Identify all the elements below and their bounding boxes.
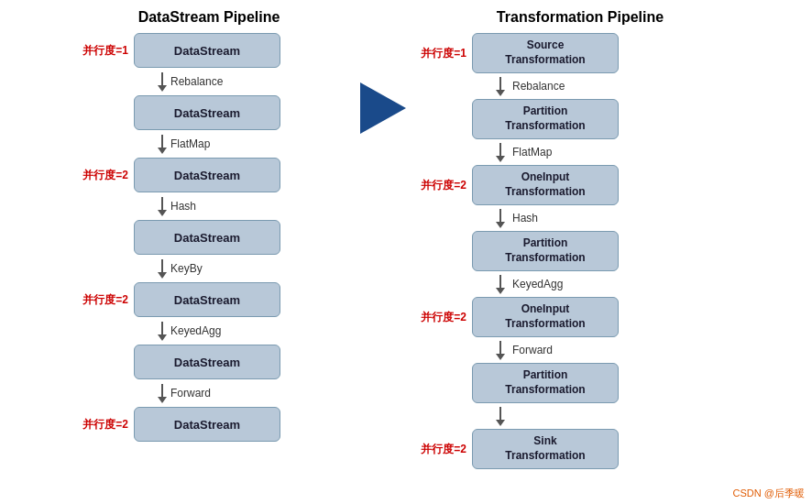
right-node-3: PartitionTransformation [472, 231, 619, 271]
left-connline-0 [158, 72, 167, 92]
right-par-0: 并行度=1 [415, 46, 472, 61]
left-title: DataStream Pipeline [138, 9, 280, 26]
left-connlabel-5: Forward [170, 388, 211, 399]
right-par-4: 并行度=2 [415, 310, 472, 325]
right-row-5: PartitionTransformation [415, 363, 745, 403]
right-conn-5 [415, 403, 745, 429]
right-conn-0: Rebalance [415, 73, 745, 99]
right-connline-5 [496, 407, 505, 426]
left-par-4: 并行度=2 [81, 292, 134, 308]
right-node-5: PartitionTransformation [472, 363, 619, 403]
left-conn-1: FlatMap [81, 130, 337, 158]
left-node-3: DataStream [134, 220, 280, 255]
big-arrow-icon [360, 82, 406, 134]
left-connlabel-0: Rebalance [170, 76, 223, 87]
left-connlabel-2: Hash [170, 201, 196, 212]
main-container: DataStream Pipeline 并行度=1 DataStream Reb… [0, 0, 812, 504]
right-par-6: 并行度=2 [415, 442, 472, 457]
left-conn-3: KeyBy [81, 255, 337, 282]
right-node-0: SourceTransformation [472, 33, 619, 73]
right-par-2: 并行度=2 [415, 178, 472, 193]
left-par-2: 并行度=2 [81, 168, 134, 183]
right-connline-4 [496, 341, 505, 360]
left-connlabel-1: FlatMap [170, 138, 210, 149]
right-connline-3 [496, 275, 505, 294]
left-panel: DataStream Pipeline 并行度=1 DataStream Reb… [62, 9, 356, 442]
left-par-0: 并行度=1 [81, 43, 134, 59]
left-connlabel-4: KeyedAgg [170, 325, 221, 336]
left-connline-5 [158, 384, 167, 403]
left-node-5: DataStream [134, 345, 280, 379]
right-title: Transformation Pipeline [497, 9, 664, 26]
left-row-1: DataStream [81, 95, 337, 130]
left-connline-1 [158, 135, 167, 154]
right-connline-0 [496, 77, 505, 96]
right-row-3: PartitionTransformation [415, 231, 745, 271]
right-row-6: 并行度=2 SinkTransformation [415, 429, 745, 469]
right-connlabel-2: Hash [512, 212, 538, 225]
left-node-2: DataStream [134, 158, 280, 192]
right-connlabel-0: Rebalance [512, 80, 565, 93]
left-row-5: DataStream [81, 345, 337, 379]
right-node-4: OneInputTransformation [472, 297, 619, 337]
left-pipeline: 并行度=1 DataStream Rebalance DataStream [81, 33, 337, 442]
right-node-6: SinkTransformation [472, 429, 619, 469]
left-row-4: 并行度=2 DataStream [81, 282, 337, 317]
left-connline-2 [158, 197, 167, 216]
left-connline-3 [158, 259, 167, 279]
right-conn-3: KeyedAgg [415, 271, 745, 297]
right-connlabel-4: Forward [512, 344, 553, 356]
right-connline-2 [496, 209, 505, 228]
left-node-1: DataStream [134, 95, 280, 130]
left-row-3: DataStream [81, 220, 337, 255]
right-connlabel-1: FlatMap [512, 146, 552, 159]
right-conn-4: Forward [415, 337, 745, 363]
right-row-2: 并行度=2 OneInputTransformation [415, 165, 745, 205]
left-row-0: 并行度=1 DataStream [81, 33, 337, 68]
right-conn-2: Hash [415, 205, 745, 231]
transform-arrow [356, 82, 411, 134]
left-connlabel-3: KeyBy [170, 263, 203, 274]
right-conn-1: FlatMap [415, 139, 745, 165]
right-row-0: 并行度=1 SourceTransformation [415, 33, 745, 73]
right-row-4: 并行度=2 OneInputTransformation [415, 297, 745, 337]
left-conn-5: Forward [81, 379, 337, 407]
left-conn-0: Rebalance [81, 68, 337, 95]
left-conn-4: KeyedAgg [81, 317, 337, 345]
left-conn-2: Hash [81, 192, 337, 220]
left-par-6: 并行度=2 [81, 417, 134, 433]
left-node-6: DataStream [134, 407, 280, 442]
watermark: CSDN @后季暖 [733, 487, 805, 500]
left-connline-4 [158, 322, 167, 341]
right-pipeline: 并行度=1 SourceTransformation Rebalance Par… [415, 33, 745, 469]
right-panel: Transformation Pipeline 并行度=1 SourceTran… [411, 9, 750, 469]
left-row-6: 并行度=2 DataStream [81, 407, 337, 442]
right-node-1: PartitionTransformation [472, 99, 619, 139]
left-row-2: 并行度=2 DataStream [81, 158, 337, 192]
left-node-4: DataStream [134, 282, 280, 317]
left-node-0: DataStream [134, 33, 280, 68]
right-row-1: PartitionTransformation [415, 99, 745, 139]
right-node-2: OneInputTransformation [472, 165, 619, 205]
right-connlabel-3: KeyedAgg [512, 278, 563, 290]
right-connline-1 [496, 143, 505, 162]
